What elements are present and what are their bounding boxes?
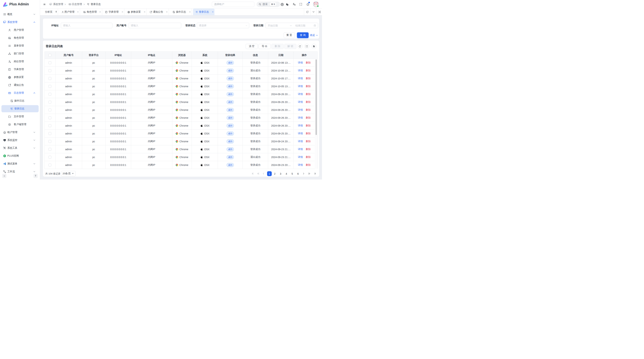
svg-text:DEV: DEV bbox=[69, 4, 71, 5]
svg-text:DEV: DEV bbox=[8, 93, 10, 93]
